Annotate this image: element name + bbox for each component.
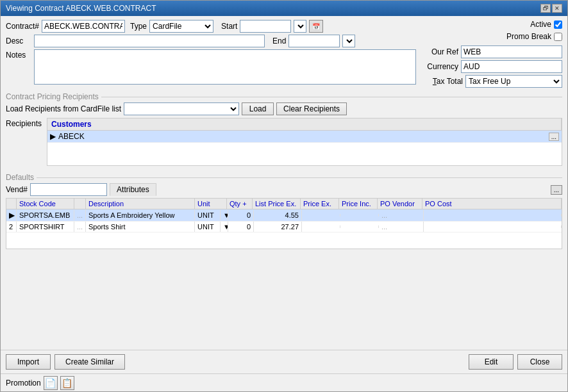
- recipients-list: Customers ▶ ABECK ...: [47, 118, 562, 166]
- desc-row: Desc End: [6, 35, 416, 47]
- cell-num: 2: [6, 222, 17, 232]
- type-select[interactable]: CardFile: [149, 20, 213, 33]
- notes-textarea[interactable]: [34, 49, 416, 85]
- create-similar-button[interactable]: Create Similar: [54, 354, 125, 370]
- currency-input[interactable]: [461, 60, 562, 73]
- col-qty[interactable]: Qty +: [227, 199, 253, 209]
- cell-stock-code: SPORTSHIRT: [17, 222, 74, 232]
- col-price-ex[interactable]: Price Ex.: [301, 199, 339, 209]
- vend-label: Vend#: [6, 185, 28, 194]
- cell-ellipsis[interactable]: ...: [74, 222, 86, 232]
- left-buttons: Import Create Similar: [6, 354, 125, 370]
- window-title: Viewing Contract ABECK.WEB.CONTRACT: [6, 4, 156, 13]
- contract-pricing-label: Contract Pricing Recipients: [6, 92, 562, 101]
- clear-recipients-button[interactable]: Clear Recipients: [276, 102, 347, 115]
- recipient-name: ABECK: [58, 132, 85, 141]
- title-bar: Viewing Contract ABECK.WEB.CONTRACT 🗗 ✕: [1, 1, 567, 16]
- close-button-main[interactable]: Close: [517, 354, 562, 370]
- cell-price-inc: [340, 225, 379, 228]
- table-row[interactable]: ▶ ABECK ...: [47, 131, 562, 143]
- col-po-vendor[interactable]: PO Vendor: [378, 199, 422, 209]
- desc-input[interactable]: [34, 35, 265, 47]
- cell-desc: Sports Shirt: [86, 222, 195, 232]
- contract-input[interactable]: [42, 20, 125, 33]
- load-recipients-row: Load Recipients from CardFile list Load …: [6, 102, 562, 115]
- edit-button[interactable]: Edit: [469, 354, 514, 370]
- our-ref-row: Our Ref: [421, 45, 562, 58]
- main-content: Contract# Type CardFile Start 📅 Desc End: [1, 16, 567, 350]
- defaults-label: Defaults: [6, 173, 562, 182]
- load-recipients-label: Load Recipients from CardFile list: [6, 104, 121, 113]
- footer-bar: Promotion 📄 📋: [1, 373, 567, 391]
- col-num: [6, 199, 17, 209]
- document-icon-btn[interactable]: 📄: [44, 376, 58, 390]
- contract-row: Contract# Type CardFile Start 📅: [6, 20, 416, 33]
- promo-break-checkbox[interactable]: [554, 33, 562, 41]
- recipients-row: Recipients Customers ▶ ABECK ...: [6, 118, 562, 166]
- cell-price-inc: [340, 214, 379, 216]
- col-price-inc[interactable]: Price Inc.: [339, 199, 378, 209]
- cell-qty: 0: [228, 210, 254, 220]
- start-select[interactable]: [294, 20, 306, 33]
- right-form: Active Promo Break Our Ref Currency: [421, 20, 562, 88]
- table-row[interactable]: 2 SPORTSHIRT ... Sports Shirt UNIT ▼ 0 2…: [6, 222, 562, 233]
- cell-qty: 0: [228, 222, 254, 232]
- main-window: Viewing Contract ABECK.WEB.CONTRACT 🗗 ✕ …: [0, 0, 568, 392]
- button-row: Import Create Similar Edit Close: [1, 350, 567, 373]
- active-label: Active: [530, 20, 551, 29]
- cell-unit-arrow[interactable]: ▼: [221, 210, 228, 220]
- our-ref-label: Our Ref: [421, 47, 458, 56]
- contract-pricing-section: Contract Pricing Recipients Load Recipie…: [6, 90, 562, 166]
- cell-price-ex: [302, 214, 340, 216]
- right-buttons: Edit Close: [469, 354, 562, 370]
- import-button[interactable]: Import: [6, 354, 51, 370]
- cell-po-vendor[interactable]: ...: [379, 222, 424, 232]
- notes-row: Notes: [6, 49, 416, 85]
- cell-unit-arrow[interactable]: ▼: [221, 222, 228, 232]
- calendar-icon[interactable]: 📅: [309, 20, 323, 33]
- cardfile-list-select[interactable]: [124, 102, 239, 115]
- active-checkbox[interactable]: [554, 20, 562, 29]
- desc-label: Desc: [6, 37, 31, 45]
- start-input[interactable]: [240, 20, 291, 33]
- tax-total-label: Tax Total: [421, 77, 463, 86]
- left-form: Contract# Type CardFile Start 📅 Desc End: [6, 20, 416, 88]
- cell-po-cost: [424, 214, 562, 216]
- col-unit[interactable]: Unit: [195, 199, 227, 209]
- vend-input[interactable]: [30, 183, 107, 196]
- customers-col-header: Customers: [47, 118, 562, 130]
- tabs-row: Attributes: [110, 183, 156, 196]
- row-arrow: ▶: [9, 211, 15, 220]
- col-list-price[interactable]: List Price Ex.: [253, 199, 301, 209]
- promo-break-label: Promo Break: [506, 32, 551, 41]
- close-button[interactable]: ✕: [552, 4, 562, 13]
- tax-total-select[interactable]: Tax Free Up: [465, 75, 562, 88]
- restore-button[interactable]: 🗗: [540, 4, 551, 13]
- cell-ellipsis[interactable]: ...: [74, 210, 86, 220]
- cell-price-ex: [302, 225, 340, 228]
- recipient-more-btn[interactable]: ...: [549, 133, 559, 141]
- cell-po-cost: [424, 225, 562, 228]
- attributes-tab[interactable]: Attributes: [110, 183, 156, 196]
- col-po-cost[interactable]: PO Cost: [422, 199, 562, 209]
- recipients-header: Customers: [47, 118, 562, 131]
- cell-unit: UNIT: [195, 210, 221, 220]
- copy-icon-btn[interactable]: 📋: [60, 376, 74, 390]
- our-ref-input[interactable]: [461, 45, 562, 58]
- cell-po-vendor[interactable]: ...: [379, 210, 424, 220]
- cell-list-price: 4.55: [254, 210, 302, 220]
- title-bar-buttons: 🗗 ✕: [540, 4, 562, 13]
- vend-row: Vend# Attributes ...: [6, 183, 562, 196]
- defaults-more-button[interactable]: ...: [551, 185, 562, 195]
- load-button[interactable]: Load: [242, 102, 274, 115]
- table-row[interactable]: ▶ SPORTSA.EMB ... Sports A Embroidery Ye…: [6, 209, 562, 222]
- grid-header: Stock Code Description Unit Qty + List P…: [6, 199, 562, 209]
- end-input[interactable]: [288, 35, 340, 47]
- col-description[interactable]: Description: [86, 199, 195, 209]
- end-select[interactable]: [342, 35, 355, 47]
- cell-unit: UNIT: [195, 222, 221, 232]
- col-ellipsis: [74, 199, 86, 209]
- col-stock-code[interactable]: Stock Code: [17, 199, 74, 209]
- contract-label: Contract#: [6, 22, 39, 31]
- defaults-section: Defaults Vend# Attributes ... Stock Code…: [6, 170, 562, 249]
